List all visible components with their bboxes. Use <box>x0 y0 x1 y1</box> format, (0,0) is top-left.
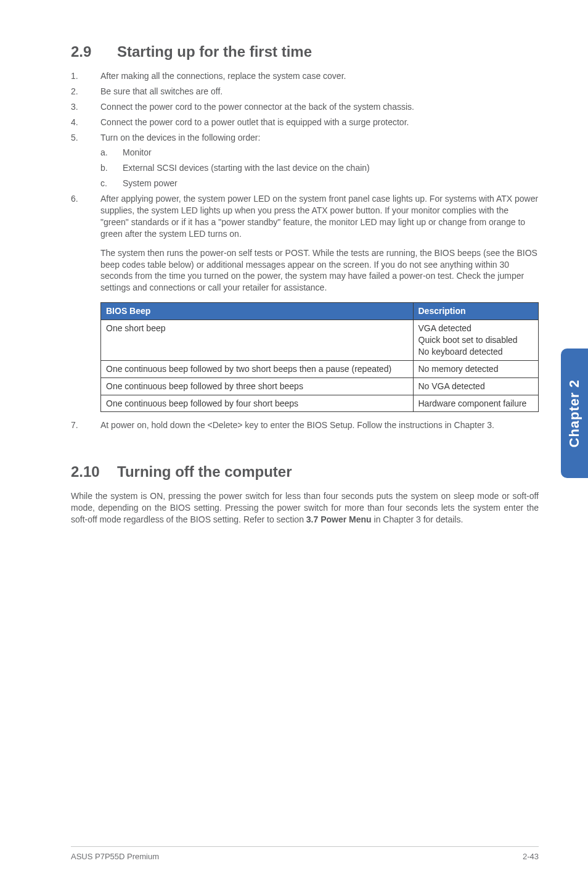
list-item-text: Turn on the devices in the following ord… <box>100 133 260 142</box>
list-item-text: At power on, hold down the <Delete> key … <box>100 420 494 430</box>
section-210-number: 2.10 <box>71 463 117 481</box>
sub-letter: a. <box>100 147 108 159</box>
table-row: One continuous beep followed by three sh… <box>101 377 539 395</box>
sub-list-item: c.System power <box>100 178 539 189</box>
table-cell-desc: VGA detected Quick boot set to disabled … <box>413 320 539 361</box>
section-210-heading: 2.10Turning off the computer <box>71 463 539 481</box>
list-item: At power on, hold down the <Delete> key … <box>71 419 539 431</box>
footer-right: 2-43 <box>523 852 539 861</box>
list-item-text: Connect the power cord to the power conn… <box>100 102 414 112</box>
section-29-heading: 2.9Starting up for the first time <box>71 43 539 60</box>
list-item: Be sure that all switches are off. <box>71 86 539 97</box>
list-item-para2: The system then runs the power-on self t… <box>100 247 539 294</box>
section-29-number: 2.9 <box>71 43 117 60</box>
table-cell-desc: No VGA detected <box>413 377 539 395</box>
table-header: BIOS Beep <box>101 303 414 320</box>
table-cell-beep: One continuous beep followed by four sho… <box>101 395 414 412</box>
section-210-title: Turning off the computer <box>117 463 292 480</box>
bios-beep-table: BIOS Beep Description One short beep VGA… <box>100 302 539 412</box>
list-item: Turn on the devices in the following ord… <box>71 132 539 190</box>
table-row: One continuous beep followed by four sho… <box>101 395 539 412</box>
sub-letter: b. <box>100 162 108 174</box>
table-cell-beep: One continuous beep followed by three sh… <box>101 377 414 395</box>
section-29-list: After making all the connections, replac… <box>71 70 539 431</box>
sub-text: Monitor <box>123 147 152 157</box>
page-footer: ASUS P7P55D Premium 2-43 <box>71 846 539 861</box>
chapter-side-tab: Chapter 2 <box>561 349 588 478</box>
list-item-text: Be sure that all switches are off. <box>100 86 223 96</box>
table-row: One continuous beep followed by two shor… <box>101 360 539 377</box>
table-cell-desc: Hardware component failure <box>413 395 539 412</box>
section-210-body-bold: 3.7 Power Menu <box>306 514 372 524</box>
section-29-title: Starting up for the first time <box>117 43 312 60</box>
table-row: One short beep VGA detected Quick boot s… <box>101 320 539 361</box>
section-210-body-pre: While the system is ON, pressing the pow… <box>71 491 539 524</box>
page-content: 2.9Starting up for the first time After … <box>0 0 588 526</box>
sub-list-item: a.Monitor <box>100 147 539 159</box>
list-item: Connect the power cord to a power outlet… <box>71 117 539 128</box>
table-cell-beep: One short beep <box>101 320 414 361</box>
chapter-side-tab-label: Chapter 2 <box>566 379 582 447</box>
sub-list-item: b.External SCSI devices (starting with t… <box>100 162 539 174</box>
footer-left: ASUS P7P55D Premium <box>71 852 159 861</box>
table-cell-desc: No memory detected <box>413 360 539 377</box>
list-item-text: After applying power, the system power L… <box>100 194 538 239</box>
table-header: Description <box>413 303 539 320</box>
section-210-body: While the system is ON, pressing the pow… <box>71 490 539 526</box>
list-item-text: Connect the power cord to a power outlet… <box>100 117 409 127</box>
section-210: 2.10Turning off the computer While the s… <box>71 463 539 526</box>
section-210-body-post: in Chapter 3 for details. <box>372 514 463 524</box>
sub-text: External SCSI devices (starting with the… <box>123 163 370 173</box>
list-item-text: After making all the connections, replac… <box>100 71 346 81</box>
list-item: After making all the connections, replac… <box>71 70 539 82</box>
sub-list: a.Monitor b.External SCSI devices (start… <box>100 147 539 189</box>
sub-letter: c. <box>100 178 107 189</box>
list-item: Connect the power cord to the power conn… <box>71 101 539 113</box>
table-cell-beep: One continuous beep followed by two shor… <box>101 360 414 377</box>
sub-text: System power <box>123 178 178 188</box>
list-item: After applying power, the system power L… <box>71 193 539 412</box>
